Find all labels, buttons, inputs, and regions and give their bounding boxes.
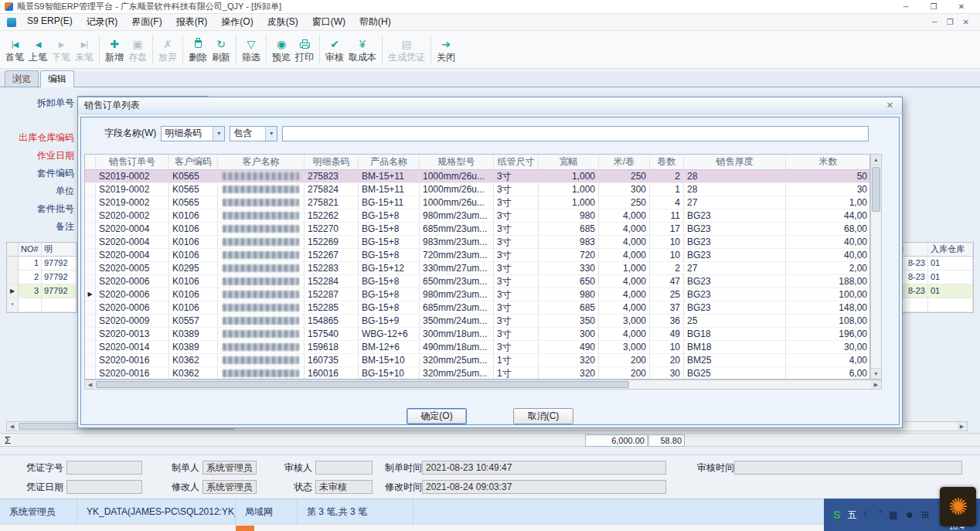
moon-icon[interactable]: ☾ (863, 509, 872, 520)
cell[interactable]: 3寸 (494, 209, 539, 223)
cell[interactable]: S2019-0002 (96, 196, 169, 209)
cell[interactable]: K0106 (169, 275, 218, 288)
column-header[interactable]: 产品名称 (359, 155, 420, 170)
cell[interactable]: S2020-0013 (96, 328, 169, 341)
cell[interactable]: 685mm/23um... (420, 301, 494, 315)
column-header[interactable]: 米/卷 (599, 155, 650, 170)
mdi-restore-icon[interactable]: ❐ (947, 18, 954, 26)
cell[interactable]: 1寸 (494, 354, 539, 367)
cell[interactable]: 1寸 (494, 367, 539, 380)
cell[interactable]: 2 (650, 262, 684, 275)
table-row[interactable]: ▶S2020-0006K0106152287BG-15+8980mm/23um.… (85, 288, 869, 301)
cell[interactable]: 3寸 (494, 249, 539, 262)
cell[interactable]: S2019-0002 (96, 170, 169, 183)
cell[interactable]: K0106 (169, 301, 218, 315)
footer-field[interactable]: 系统管理员 (202, 461, 257, 475)
table-row[interactable]: S2019-0002K0565275823BM-15+111000mm/26u.… (85, 170, 869, 183)
table-row[interactable]: S2019-0002K0565275821BG-15+111000mm/26u.… (85, 196, 869, 209)
scrollbar-thumb[interactable] (96, 381, 629, 388)
cell[interactable]: 152262 (305, 209, 359, 223)
table-row[interactable]: S2020-0006K0106152284BG-15+8650mm/23um..… (85, 275, 869, 288)
cell[interactable]: 152269 (305, 236, 359, 249)
cell[interactable]: 3寸 (494, 275, 539, 288)
taskbar-active-app[interactable] (236, 526, 254, 531)
cell[interactable]: S2020-0016 (96, 367, 169, 380)
cell[interactable]: 160016 (305, 367, 359, 380)
toolbar-preview-button[interactable]: ◉预览 (270, 32, 293, 66)
cell[interactable]: K0565 (169, 170, 218, 183)
cell[interactable]: 200 (599, 367, 650, 380)
cell[interactable]: 3寸 (494, 288, 539, 301)
cell[interactable]: K0106 (169, 223, 218, 236)
filter-value-input[interactable] (282, 126, 869, 141)
wubi-input-indicator[interactable]: 五 (847, 509, 856, 522)
table-row[interactable]: S2020-0006K0106152285BG-15+8685mm/23um..… (85, 301, 869, 315)
cell[interactable]: 152267 (305, 249, 359, 262)
table-row[interactable]: S2020-0009K0557154865BG-15+9350mm/24um..… (85, 315, 869, 328)
chevron-down-icon[interactable]: ▼ (265, 127, 277, 141)
cell[interactable]: 4 (650, 196, 684, 209)
cell[interactable]: 4,000 (599, 275, 650, 288)
cell[interactable]: 28 (684, 170, 786, 183)
column-header[interactable]: 纸管尺寸 (494, 155, 539, 170)
cell[interactable]: 25 (684, 315, 786, 328)
table-row[interactable]: S2020-0013K0389157540WBG-12+6300mm/18um.… (85, 328, 869, 341)
cell[interactable]: S2019-0002 (96, 183, 169, 196)
cell[interactable]: 4,000 (599, 288, 650, 301)
table-row[interactable]: S2020-0004K0106152270BG-15+8685mm/23um..… (85, 223, 869, 236)
chevron-down-icon[interactable]: ▼ (213, 127, 224, 141)
footer-field[interactable]: 系统管理员 (202, 480, 257, 494)
cell[interactable]: 154865 (305, 315, 359, 328)
toolbar-filter-button[interactable]: ▽筛选 (240, 32, 263, 66)
cell[interactable]: BG-15+8 (359, 223, 420, 236)
table-row[interactable]: 297792 (7, 271, 77, 284)
cell[interactable]: 1000mm/26u... (420, 170, 494, 183)
cell[interactable]: 68,00 (786, 223, 870, 236)
cell[interactable]: 1,00 (786, 196, 870, 209)
table-row[interactable]: S2019-0002K0565275824BM-15+111000mm/26u.… (85, 183, 869, 196)
cell[interactable]: 1,000 (539, 170, 599, 183)
cell[interactable]: 01 (928, 271, 973, 284)
menu-item[interactable]: 操作(O) (214, 14, 260, 30)
cell[interactable]: 1 (650, 183, 684, 196)
cell[interactable]: BG-15+8 (359, 275, 420, 288)
row-selector[interactable] (85, 367, 96, 380)
scroll-right-icon[interactable]: ▶ (871, 380, 881, 389)
cell[interactable]: BG25 (684, 367, 786, 380)
cell[interactable]: BM18 (684, 341, 786, 354)
cell[interactable]: BM-15+11 (359, 170, 420, 183)
cell[interactable] (218, 354, 305, 367)
cell[interactable]: 1 (19, 257, 42, 270)
cell[interactable]: S2020-0014 (96, 341, 169, 354)
cell[interactable]: 10 (650, 341, 684, 354)
cell[interactable]: 490mm/18um... (420, 341, 494, 354)
cell[interactable]: 300mm/18um... (420, 328, 494, 341)
cell[interactable]: 108,00 (786, 315, 870, 328)
mdi-minimize-icon[interactable]: ─ (932, 18, 937, 26)
table-row[interactable]: S2020-0005K0295152283BG-15+12330mm/27um.… (85, 262, 869, 275)
toolbar-add-button[interactable]: ✚新增 (103, 32, 126, 66)
row-selector[interactable]: ▶ (7, 284, 19, 298)
cell[interactable]: 4,000 (599, 236, 650, 249)
column-header[interactable]: 入库仓库 (928, 243, 973, 256)
cell[interactable]: 2 (19, 271, 42, 284)
cell[interactable]: BG-15+8 (359, 209, 420, 223)
cell[interactable]: 720 (539, 249, 599, 262)
menu-item[interactable]: 窗口(W) (305, 14, 352, 30)
cell[interactable]: S2020-0006 (96, 288, 169, 301)
menu-item[interactable]: 皮肤(S) (260, 14, 305, 30)
cell[interactable]: 1000mm/26u... (420, 196, 494, 209)
row-selector[interactable]: ▶ (85, 288, 96, 301)
cell[interactable] (218, 328, 305, 341)
cell[interactable] (218, 236, 305, 249)
cell[interactable]: 47 (650, 275, 684, 288)
toolbar-first-button[interactable]: |◀首笔 (3, 32, 26, 66)
cell[interactable]: 320 (539, 354, 599, 367)
cell[interactable]: 10 (650, 249, 684, 262)
cell[interactable] (218, 275, 305, 288)
cell[interactable]: 200 (599, 354, 650, 367)
cell[interactable]: 4,000 (599, 328, 650, 341)
cell[interactable] (218, 183, 305, 196)
cell[interactable]: K0106 (169, 209, 218, 223)
scroll-up-icon[interactable]: ▲ (871, 155, 881, 165)
